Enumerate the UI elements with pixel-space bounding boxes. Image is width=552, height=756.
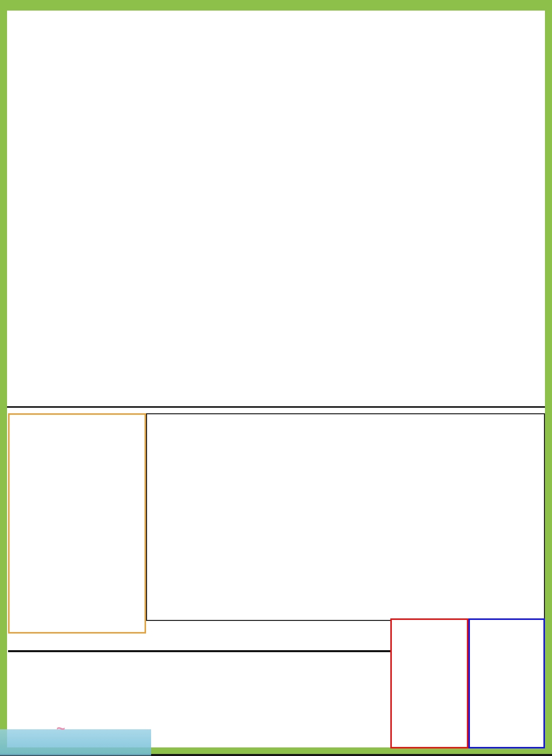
- bottom-left-table: [8, 650, 218, 652]
- bottom-mid-table: [218, 650, 390, 652]
- page: ~: [0, 0, 552, 756]
- watermark: ~: [0, 729, 151, 755]
- limit-box: [390, 618, 468, 748]
- watermark-swirl-icon: ~: [56, 720, 65, 737]
- blue-box: [468, 618, 545, 748]
- frequency-table: [146, 413, 545, 621]
- section-divider: [7, 406, 545, 408]
- page-title: [7, 11, 545, 33]
- zodiac-stats-table: [8, 413, 146, 634]
- limit-box-title: [392, 620, 467, 650]
